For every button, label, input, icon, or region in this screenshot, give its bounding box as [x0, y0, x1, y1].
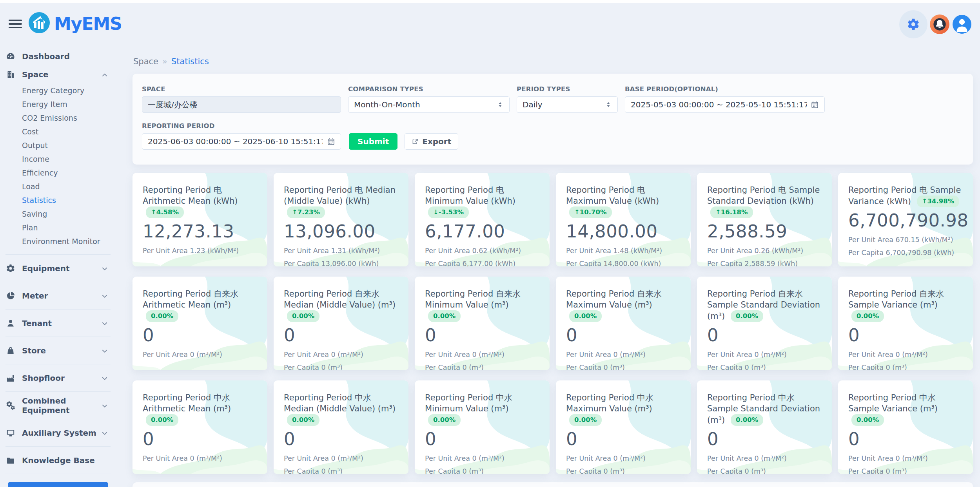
- stat-card-title: Reporting Period 电 Minimum Value (kWh) ↓…: [425, 185, 540, 218]
- stat-card: Reporting Period 电 Sample Variance (kWh)…: [838, 173, 973, 266]
- pie-icon: [5, 291, 16, 301]
- stat-card-value: 0: [425, 325, 540, 346]
- stat-card: Reporting Period 自来水 Maximum Value (m³) …: [556, 277, 691, 370]
- chevron-down-icon: [101, 347, 108, 354]
- per-capita-text: Per Capita 0 (m³): [566, 364, 681, 370]
- sidebar-item-co2-emissions[interactable]: CO2 Emissions: [5, 111, 111, 125]
- per-capita-text: Per Capita 0 (m³): [848, 364, 964, 370]
- sidebar-item-auxiliary-system[interactable]: Auxiliary System: [5, 419, 111, 446]
- brand-logo[interactable]: MyEMS: [28, 12, 122, 35]
- trend-badge: ↑16.18%: [710, 206, 753, 218]
- stat-card: Reporting Period 中水 Sample Variance (m³)…: [838, 380, 973, 474]
- sidebar-item-dashboard[interactable]: Dashboard: [5, 47, 111, 65]
- sidebar-item-shopfloor[interactable]: Shopfloor: [5, 364, 111, 391]
- bell-icon: [930, 14, 949, 34]
- space-input[interactable]: 一度城/办公楼: [142, 96, 341, 113]
- trend-badge: 0.00%: [146, 414, 178, 426]
- period-types-label: PERIOD TYPES: [517, 85, 618, 93]
- period-types-select[interactable]: Daily: [517, 96, 618, 113]
- sidebar-item-saving[interactable]: Saving: [5, 207, 111, 221]
- sidebar-item-cost[interactable]: Cost: [5, 125, 111, 138]
- per-capita-text: Per Capita 0 (m³): [707, 364, 822, 370]
- gears-icon: [5, 400, 16, 411]
- per-unit-area-text: Per Unit Area 0 (m³/M²): [143, 454, 258, 462]
- stat-card-value: 0: [143, 429, 258, 449]
- trend-badge: 0.00%: [851, 414, 884, 426]
- breadcrumb-space-link[interactable]: Space: [133, 57, 158, 66]
- user-avatar-button[interactable]: [953, 15, 971, 34]
- per-unit-area-text: Per Unit Area 0.26 (kWh/M²): [707, 247, 822, 255]
- trend-badge: 0.00%: [731, 310, 763, 322]
- stat-card-value: 0: [143, 325, 258, 346]
- sidebar: DashboardSpaceEnergy CategoryEnergy Item…: [0, 47, 118, 487]
- sidebar-item-statistics[interactable]: Statistics: [5, 193, 111, 207]
- per-capita-text: Per Capita 13,096.00 (kWh): [284, 260, 399, 266]
- stat-card-value: 0: [848, 429, 964, 449]
- reporting-period-input[interactable]: 2025-06-03 00:00:00 ~ 2025-06-10 15:51:1…: [142, 133, 341, 150]
- stat-card-title: Reporting Period 电 Arithmetic Mean (kWh)…: [143, 185, 258, 218]
- stat-card-value: 6,700,790.98: [848, 210, 964, 231]
- enterprise-edition-button[interactable]: Enterprise Edition: [8, 482, 108, 487]
- stat-card-value: 0: [707, 429, 822, 449]
- sidebar-item-efficiency[interactable]: Efficiency: [5, 166, 111, 179]
- sidebar-item-tenant[interactable]: Tenant: [5, 309, 111, 337]
- sidebar-item-energy-item[interactable]: Energy Item: [5, 97, 111, 111]
- trend-badge: 0.00%: [569, 310, 602, 322]
- sidebar-item-equipment[interactable]: Equipment: [5, 254, 111, 282]
- stat-card-title: Reporting Period 电 Sample Variance (kWh)…: [848, 185, 964, 207]
- stat-card-title: Reporting Period 中水 Sample Variance (m³)…: [848, 392, 964, 426]
- trend-badge: 0.00%: [731, 414, 763, 426]
- settings-gear-button[interactable]: [899, 10, 927, 38]
- menu-toggle-button[interactable]: [9, 19, 22, 29]
- stat-card-value: 0: [284, 429, 399, 449]
- chevron-up-icon: [101, 71, 108, 78]
- bottom-panel: [132, 482, 973, 487]
- per-unit-area-text: Per Unit Area 0.62 (kWh/M²): [425, 247, 540, 255]
- chevron-down-icon: [101, 320, 108, 327]
- sidebar-item-output[interactable]: Output: [5, 138, 111, 152]
- trend-badge: 0.00%: [287, 310, 319, 322]
- stat-card-value: 14,800.00: [566, 221, 681, 242]
- chevron-down-icon: [101, 402, 108, 409]
- stat-card-title: Reporting Period 自来水 Minimum Value (m³) …: [425, 288, 540, 322]
- stat-card-title: Reporting Period 自来水 Arithmetic Mean (m³…: [143, 288, 258, 322]
- select-updown-icon: [605, 101, 612, 108]
- comparison-types-select[interactable]: Month-On-Month: [348, 96, 510, 113]
- gear-icon: [5, 263, 16, 273]
- stat-card-title: Reporting Period 自来水 Sample Variance (m³…: [848, 288, 964, 322]
- sidebar-item-income[interactable]: Income: [5, 152, 111, 166]
- sidebar-item-energy-category[interactable]: Energy Category: [5, 83, 111, 97]
- per-unit-area-text: Per Unit Area 670.15 (kWh/M²): [848, 236, 964, 244]
- stat-card: Reporting Period 自来水 Minimum Value (m³) …: [415, 277, 550, 370]
- sidebar-item-environment-monitor[interactable]: Environment Monitor: [5, 234, 111, 248]
- trend-badge: 0.00%: [569, 414, 602, 426]
- base-period-label: BASE PERIOD(OPTIONAL): [625, 85, 825, 93]
- page-background: MyEMS Dashbo: [0, 3, 980, 487]
- stat-card-value: 0: [707, 325, 822, 346]
- per-unit-area-text: Per Unit Area 0 (m³/M²): [284, 351, 399, 358]
- sidebar-item-load[interactable]: Load: [5, 179, 111, 193]
- base-period-input[interactable]: 2025-05-03 00:00:00 ~ 2025-05-10 15:51:1…: [625, 96, 825, 113]
- sidebar-item-meter[interactable]: Meter: [5, 282, 111, 309]
- sidebar-item-combined-equipment[interactable]: Combined Equipment: [5, 391, 111, 419]
- breadcrumb-separator: »: [162, 57, 167, 66]
- sidebar-item-store[interactable]: Store: [5, 337, 111, 364]
- stat-card-title: Reporting Period 电 Sample Standard Devia…: [707, 185, 822, 218]
- stat-card: Reporting Period 中水 Maximum Value (m³) 0…: [556, 380, 691, 474]
- sidebar-item-knowledge-base[interactable]: Knowledge Base: [5, 446, 111, 474]
- sidebar-item-space[interactable]: Space: [5, 65, 111, 83]
- factory-icon: [5, 373, 16, 383]
- per-unit-area-text: Per Unit Area 0 (m³/M²): [284, 454, 399, 462]
- stat-card: Reporting Period 自来水 Sample Variance (m³…: [838, 277, 973, 370]
- per-unit-area-text: Per Unit Area 1.31 (kWh/M²): [284, 247, 399, 255]
- per-capita-text: Per Capita 6,177.00 (kWh): [425, 260, 540, 266]
- export-button[interactable]: Export: [405, 133, 458, 150]
- stat-card-value: 2,588.59: [707, 221, 822, 242]
- per-unit-area-text: Per Unit Area 0 (m³/M²): [566, 454, 681, 462]
- notifications-bell-button[interactable]: [930, 14, 949, 34]
- chevron-down-icon: [101, 292, 108, 299]
- breadcrumb-statistics[interactable]: Statistics: [171, 57, 209, 66]
- submit-button[interactable]: Submit: [349, 133, 397, 150]
- stat-card-value: 0: [848, 325, 964, 346]
- sidebar-item-plan[interactable]: Plan: [5, 221, 111, 234]
